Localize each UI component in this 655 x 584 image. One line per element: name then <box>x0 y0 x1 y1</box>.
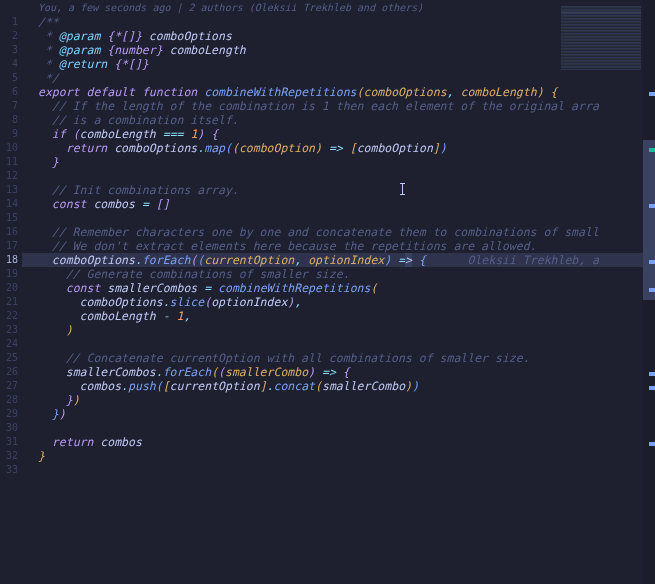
scrollbar-mark <box>649 204 655 208</box>
code-token: /** <box>38 15 59 29</box>
scrollbar-mark <box>649 372 655 376</box>
active-line[interactable]: comboOptions.forEach((currentOption, opt… <box>22 253 655 267</box>
scrollbar-mark <box>649 92 655 96</box>
vertical-scrollbar[interactable] <box>643 0 655 584</box>
editor[interactable]: 1234 5678 9101112 13141516 17181920 2122… <box>0 15 655 583</box>
scrollbar-mark <box>649 442 655 446</box>
git-blame-header: You, a few seconds ago | 2 authors (Olek… <box>0 0 655 15</box>
text-cursor-icon <box>402 183 403 195</box>
scrollbar-mark <box>649 386 655 390</box>
scrollbar-mark <box>649 148 655 152</box>
scrollbar-thumb[interactable] <box>643 140 655 300</box>
blame-text: You, a few seconds ago | 2 authors (Olek… <box>38 2 423 13</box>
scrollbar-mark <box>649 260 655 264</box>
inline-blame: Oleksii Trekhleb, a <box>467 253 599 267</box>
line-number-gutter[interactable]: 1234 5678 9101112 13141516 17181920 2122… <box>0 15 22 583</box>
code-area[interactable]: /** * @param {*[]} comboOptions * @param… <box>22 15 655 583</box>
scrollbar-mark <box>649 288 655 292</box>
